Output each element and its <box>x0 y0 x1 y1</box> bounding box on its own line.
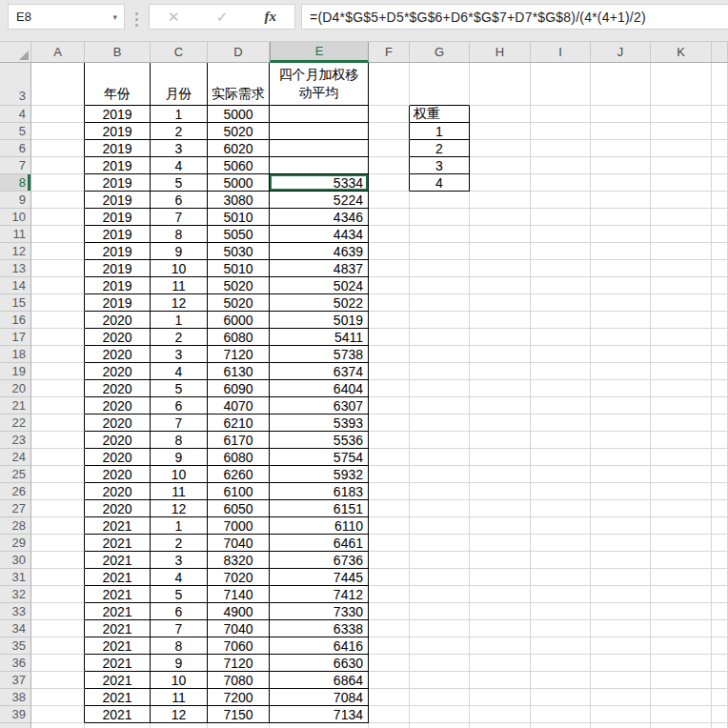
cell-D36[interactable]: 7120 <box>208 655 270 672</box>
cell-B21[interactable]: 2020 <box>85 397 151 415</box>
cell-J14[interactable] <box>591 277 651 294</box>
row-header-15[interactable]: 15 <box>0 294 31 312</box>
cell-I8[interactable] <box>531 174 591 192</box>
cell-C26[interactable]: 11 <box>151 483 208 500</box>
row-header-4[interactable]: 4 <box>0 106 31 123</box>
cell-B23[interactable]: 2020 <box>85 432 151 449</box>
cell-H38[interactable] <box>470 689 531 706</box>
cell-C29[interactable]: 2 <box>151 535 208 552</box>
cell-F31[interactable] <box>369 569 410 586</box>
cell-J27[interactable] <box>591 500 651 517</box>
cell-J17[interactable] <box>591 329 651 346</box>
cell-F15[interactable] <box>369 294 410 312</box>
cell-F27[interactable] <box>369 500 410 517</box>
cell-H33[interactable] <box>470 603 531 620</box>
cell-G21[interactable] <box>410 397 470 415</box>
cell-D39[interactable]: 7150 <box>208 706 270 723</box>
cell-H37[interactable] <box>470 672 531 689</box>
cell-B11[interactable]: 2019 <box>85 226 151 243</box>
insert-function-icon[interactable]: fx <box>264 9 276 25</box>
cell-G37[interactable] <box>410 672 470 689</box>
cell-J13[interactable] <box>591 260 651 277</box>
cell-H13[interactable] <box>470 260 531 277</box>
cancel-icon[interactable]: ✕ <box>168 9 180 26</box>
cell-H16[interactable] <box>470 312 531 329</box>
cell-J4[interactable] <box>591 106 651 123</box>
cell-G15[interactable] <box>410 294 470 312</box>
row-header-13[interactable]: 13 <box>0 260 31 277</box>
row-header-29[interactable]: 29 <box>0 535 31 552</box>
cell-C27[interactable]: 12 <box>151 500 208 517</box>
cell-F29[interactable] <box>369 535 410 552</box>
cell-J25[interactable] <box>591 466 651 483</box>
cell-D6[interactable]: 6020 <box>208 140 270 157</box>
cell-G17[interactable] <box>410 329 470 346</box>
cell-C36[interactable]: 9 <box>151 655 208 672</box>
cell-B15[interactable]: 2019 <box>85 294 151 312</box>
cell-J24[interactable] <box>591 449 651 466</box>
cell-I32[interactable] <box>531 586 591 603</box>
cell-G22[interactable] <box>410 415 470 432</box>
cell-A33[interactable] <box>31 603 85 620</box>
cell-C11[interactable]: 8 <box>151 226 208 243</box>
cell-H35[interactable] <box>470 637 531 655</box>
cell-C10[interactable]: 7 <box>151 209 208 226</box>
cell-E5[interactable] <box>270 123 369 140</box>
cell-B27[interactable]: 2020 <box>85 500 151 517</box>
cell-D30[interactable]: 8320 <box>208 552 270 569</box>
cell-I23[interactable] <box>531 432 591 449</box>
cell-H21[interactable] <box>470 397 531 415</box>
cell-D16[interactable]: 6000 <box>208 312 270 329</box>
cell-F4[interactable] <box>369 106 410 123</box>
cell-F22[interactable] <box>369 415 410 432</box>
cell-D15[interactable]: 5020 <box>208 294 270 312</box>
cell-D35[interactable]: 7060 <box>208 637 270 655</box>
cell-J33[interactable] <box>591 603 651 620</box>
cell-E39[interactable]: 7134 <box>270 706 369 723</box>
row-header-34[interactable]: 34 <box>0 620 31 637</box>
cell-D4[interactable]: 5000 <box>208 106 270 123</box>
row-header-14[interactable]: 14 <box>0 277 31 294</box>
cell-B14[interactable]: 2019 <box>85 277 151 294</box>
cell-K38[interactable] <box>651 689 712 706</box>
column-header-G[interactable]: G <box>410 42 470 63</box>
cell-A15[interactable] <box>31 294 85 312</box>
cell-F17[interactable] <box>369 329 410 346</box>
row-header-5[interactable]: 5 <box>0 123 31 140</box>
cell-J34[interactable] <box>591 620 651 637</box>
cell-J35[interactable] <box>591 637 651 655</box>
cell-A11[interactable] <box>31 226 85 243</box>
cell-F19[interactable] <box>369 363 410 380</box>
cell-J7[interactable] <box>591 157 651 174</box>
cell-J18[interactable] <box>591 346 651 363</box>
cell-J12[interactable] <box>591 243 651 260</box>
cell-C38[interactable]: 11 <box>151 689 208 706</box>
cell-D19[interactable]: 6130 <box>208 363 270 380</box>
cell-F7[interactable] <box>369 157 410 174</box>
row-header-27[interactable]: 27 <box>0 500 31 517</box>
cell-D3[interactable]: 实际需求 <box>208 63 270 106</box>
cell-D28[interactable]: 7000 <box>208 517 270 535</box>
cell-E11[interactable]: 4434 <box>270 226 369 243</box>
cell-F10[interactable] <box>369 209 410 226</box>
cell-F24[interactable] <box>369 449 410 466</box>
cell-B7[interactable]: 2019 <box>85 157 151 174</box>
cell-C28[interactable]: 1 <box>151 517 208 535</box>
cell-B19[interactable]: 2020 <box>85 363 151 380</box>
cell-J8[interactable] <box>591 174 651 192</box>
cell-C15[interactable]: 12 <box>151 294 208 312</box>
name-box-dropdown-icon[interactable]: ▾ <box>112 12 124 22</box>
cell-D31[interactable]: 7020 <box>208 569 270 586</box>
cell-J36[interactable] <box>591 655 651 672</box>
cell-J39[interactable] <box>591 706 651 723</box>
cell-H9[interactable] <box>470 192 531 209</box>
cell-I24[interactable] <box>531 449 591 466</box>
cell-G10[interactable] <box>410 209 470 226</box>
row-header-36[interactable]: 36 <box>0 655 31 672</box>
column-header-D[interactable]: D <box>208 42 270 63</box>
column-header-B[interactable]: B <box>85 42 151 63</box>
cell-H34[interactable] <box>470 620 531 637</box>
cell-A39[interactable] <box>31 706 85 723</box>
cell-F6[interactable] <box>369 140 410 157</box>
cell-E17[interactable]: 5411 <box>270 329 369 346</box>
